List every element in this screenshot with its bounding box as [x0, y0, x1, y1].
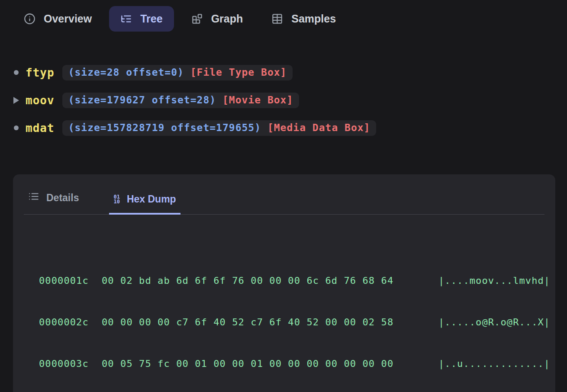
expand-triangle-icon[interactable]: [12, 97, 20, 104]
tab-graph[interactable]: Graph: [180, 6, 255, 32]
leaf-bullet-icon: [12, 70, 20, 75]
box-size-offset: (size=179627 offset=28): [68, 94, 216, 106]
box-size-offset: (size=157828719 offset=179655): [68, 122, 261, 133]
top-nav: Overview Tree Graph Samples: [0, 0, 567, 32]
blocks-icon: [191, 13, 203, 25]
tab-samples[interactable]: Samples: [260, 6, 347, 32]
box-info-pill: (size=28 offset=0) [File Type Box]: [62, 65, 293, 80]
box-type-label: [File Type Box]: [190, 67, 287, 78]
box-tree: ftyp (size=28 offset=0) [File Type Box] …: [0, 64, 567, 136]
hex-row: 0000001c00 02 bd ab 6d 6f 6f 76 00 00 00…: [39, 274, 555, 288]
tab-label: Details: [46, 192, 79, 204]
hex-offset: 0000002c: [39, 315, 89, 329]
tab-overview[interactable]: Overview: [13, 6, 103, 32]
table-icon: [271, 13, 283, 25]
binary-icon: 0110: [113, 195, 119, 204]
tab-label: Graph: [211, 13, 243, 25]
list-tree-icon: [120, 13, 132, 25]
box-info-pill: (size=157828719 offset=179655) [Media Da…: [62, 120, 377, 136]
hex-row: 0000003c00 05 75 fc 00 01 00 00 01 00 00…: [39, 357, 555, 371]
tree-row-mdat[interactable]: mdat (size=157828719 offset=179655) [Med…: [12, 120, 567, 136]
hex-offset: 0000001c: [39, 274, 89, 288]
tab-details[interactable]: Details: [24, 191, 83, 214]
box-name: moov: [26, 94, 55, 107]
leaf-bullet-icon: [12, 125, 20, 130]
tab-label: Tree: [140, 13, 162, 25]
hex-ascii: |....moov...lmvhd|: [438, 274, 550, 288]
box-size-offset: (size=28 offset=0): [68, 67, 184, 78]
hex-bytes: 00 00 00 00 c7 6f 40 52 c7 6f 40 52 00 0…: [102, 315, 393, 329]
box-type-label: [Movie Box]: [222, 94, 293, 106]
tab-hex-dump[interactable]: 0110 Hex Dump: [109, 193, 180, 215]
tree-row-moov[interactable]: moov (size=179627 offset=28) [Movie Box]: [12, 92, 567, 108]
tab-label: Samples: [291, 13, 336, 25]
info-icon: [24, 13, 35, 25]
hex-bytes: 00 02 bd ab 6d 6f 6f 76 00 00 00 6c 6d 7…: [102, 274, 393, 288]
box-info-pill: (size=179627 offset=28) [Movie Box]: [62, 93, 300, 108]
details-panel: Details 0110 Hex Dump 0000001c00 02 bd a…: [13, 174, 555, 392]
tab-label: Hex Dump: [127, 193, 176, 205]
tab-tree[interactable]: Tree: [109, 6, 174, 32]
box-name: mdat: [26, 122, 55, 135]
hex-ascii: |.....o@R.o@R...X|: [438, 315, 550, 329]
hex-bytes: 00 05 75 fc 00 01 00 00 01 00 00 00 00 0…: [102, 357, 393, 371]
hex-offset: 0000003c: [39, 357, 89, 371]
panel-tab-bar: Details 0110 Hex Dump: [24, 174, 544, 215]
tab-label: Overview: [44, 13, 92, 25]
hex-row: 0000002c00 00 00 00 c7 6f 40 52 c7 6f 40…: [39, 315, 555, 329]
hex-dump-view: 0000001c00 02 bd ab 6d 6f 6f 76 00 00 00…: [39, 246, 555, 392]
tree-row-ftyp[interactable]: ftyp (size=28 offset=0) [File Type Box]: [12, 64, 567, 80]
box-type-label: [Media Data Box]: [267, 122, 370, 133]
hex-ascii: |..u.............|: [438, 357, 550, 371]
box-name: ftyp: [26, 66, 55, 79]
list-icon: [28, 191, 39, 205]
